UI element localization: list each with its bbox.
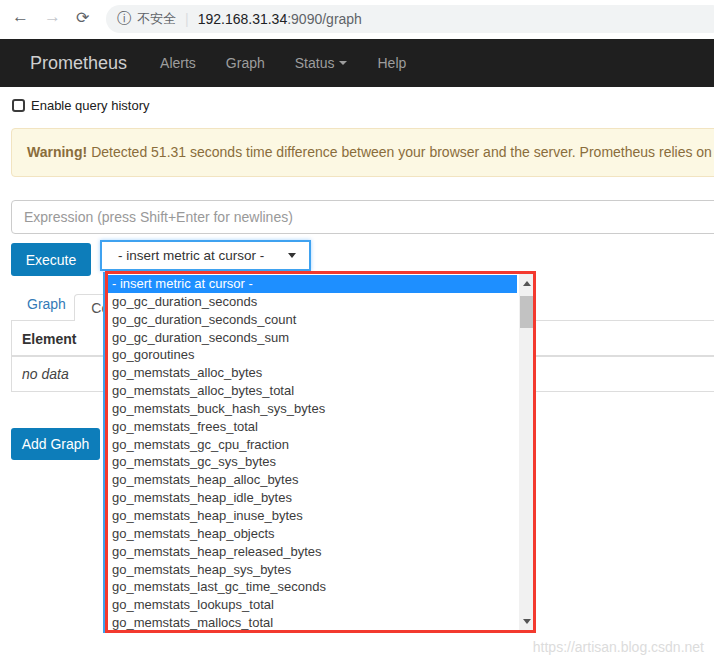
url-host: 192.168.31.34 (198, 11, 288, 27)
nav-item[interactable]: Alerts (145, 55, 211, 71)
metric-option[interactable]: go_goroutines (105, 346, 517, 364)
metric-option[interactable]: go_memstats_buck_hash_sys_bytes (105, 400, 517, 418)
prometheus-navbar: Prometheus AlertsGraphStatusHelp (0, 39, 714, 87)
metric-option[interactable]: go_memstats_heap_objects (105, 525, 517, 543)
metric-option[interactable]: go_memstats_lookups_total (105, 596, 517, 614)
query-history-label: Enable query history (31, 98, 150, 113)
back-icon[interactable]: ← (12, 7, 29, 27)
watermark: https://artisan.blog.csdn.net (533, 639, 704, 655)
metric-option[interactable]: go_memstats_mallocs_total (105, 614, 517, 630)
tab-graph[interactable]: Graph (27, 296, 66, 312)
metric-option[interactable]: go_memstats_frees_total (105, 418, 517, 436)
metric-option[interactable]: go_memstats_alloc_bytes_total (105, 382, 517, 400)
warning-text: Detected 51.31 seconds time difference b… (91, 144, 712, 160)
address-separator: | (185, 11, 189, 27)
query-history-checkbox[interactable] (12, 99, 25, 112)
metric-select-value: - insert metric at cursor - (118, 248, 288, 263)
metric-option[interactable]: go_gc_duration_seconds_sum (105, 329, 517, 347)
reload-icon[interactable]: ⟳ (76, 8, 89, 27)
warning-prefix: Warning! (27, 144, 87, 160)
metric-option[interactable]: go_memstats_heap_sys_bytes (105, 561, 517, 579)
nav-links: AlertsGraphStatusHelp (145, 55, 421, 71)
time-drift-warning: Warning!Detected 51.31 seconds time diff… (11, 128, 714, 177)
info-icon[interactable]: ⓘ (117, 10, 131, 28)
chevron-down-icon (339, 61, 347, 65)
metric-options: - insert metric at cursor -go_gc_duratio… (105, 275, 517, 630)
metric-option[interactable]: go_gc_duration_seconds (105, 293, 517, 311)
metric-option[interactable]: go_memstats_last_gc_time_seconds (105, 578, 517, 596)
metric-option[interactable]: - insert metric at cursor - (105, 275, 517, 293)
scroll-up-icon[interactable] (519, 276, 534, 291)
metric-option[interactable]: go_memstats_gc_sys_bytes (105, 453, 517, 471)
metric-option[interactable]: go_memstats_heap_idle_bytes (105, 489, 517, 507)
brand-link[interactable]: Prometheus (30, 53, 127, 74)
url-path: :9090/graph (287, 11, 362, 27)
address-bar[interactable]: ⓘ 不安全 | 192.168.31.34:9090/graph (106, 5, 714, 33)
query-history-row: Enable query history (12, 98, 150, 113)
scroll-down-icon[interactable] (519, 614, 534, 629)
metric-dropdown-list: - insert metric at cursor -go_gc_duratio… (103, 272, 536, 633)
dropdown-scrollbar[interactable] (519, 274, 534, 631)
security-label: 不安全 (137, 10, 176, 28)
nav-item[interactable]: Graph (211, 55, 280, 71)
metric-option[interactable]: go_memstats_gc_cpu_fraction (105, 436, 517, 454)
metric-select[interactable]: - insert metric at cursor - (100, 240, 311, 271)
nav-item[interactable]: Status (280, 55, 363, 71)
expression-input[interactable] (11, 200, 714, 234)
metric-option[interactable]: go_memstats_heap_alloc_bytes (105, 471, 517, 489)
browser-toolbar: ← → ⟳ ⓘ 不安全 | 192.168.31.34:9090/graph (0, 0, 714, 39)
scrollbar-thumb[interactable] (520, 296, 533, 328)
metric-option[interactable]: go_memstats_heap_released_bytes (105, 543, 517, 561)
add-graph-button[interactable]: Add Graph (11, 428, 100, 460)
metric-option[interactable]: go_memstats_heap_inuse_bytes (105, 507, 517, 525)
metric-option[interactable]: go_gc_duration_seconds_count (105, 311, 517, 329)
select-caret-icon (288, 253, 296, 258)
forward-icon[interactable]: → (44, 7, 61, 27)
nav-item[interactable]: Help (362, 55, 421, 71)
metric-option[interactable]: go_memstats_alloc_bytes (105, 364, 517, 382)
execute-button[interactable]: Execute (11, 243, 91, 276)
